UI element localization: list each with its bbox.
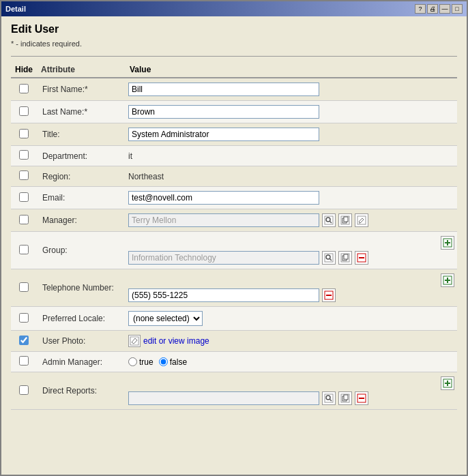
direct-reports-copy-button[interactable] [338, 391, 352, 405]
header-attribute: Attribute [37, 62, 126, 78]
hide-last-name-checkbox[interactable] [19, 106, 29, 116]
table-row: Telephone Number: [11, 269, 457, 307]
table-row: Preferred Locale: (none selected) [11, 307, 457, 331]
direct-reports-bottom-icons [128, 391, 454, 405]
email-input[interactable] [128, 191, 319, 205]
photo-label: User Photo: [37, 331, 126, 352]
group-search-button[interactable] [322, 251, 336, 265]
remove-icon [324, 291, 334, 300]
group-bottom-icons [128, 251, 454, 265]
direct-reports-search-button[interactable] [322, 391, 336, 405]
svg-rect-6 [357, 216, 366, 224]
manager-search-button[interactable] [322, 213, 336, 227]
title-bar: Detail ? 🖨 — □ [1, 1, 467, 16]
title-bar-controls: ? 🖨 — □ [415, 4, 463, 14]
hide-manager-checkbox[interactable] [19, 215, 29, 224]
department-value: it [128, 151, 132, 161]
manager-copy-button[interactable] [338, 213, 352, 227]
table-header-row: Hide Attribute Value [11, 62, 457, 78]
hide-group-checkbox[interactable] [19, 245, 29, 254]
admin-manager-true-radio[interactable] [128, 357, 137, 366]
hide-title-checkbox[interactable] [19, 129, 29, 138]
print-button[interactable]: 🖨 [427, 4, 438, 14]
title-label: Title: [37, 123, 126, 146]
hide-admin-manager-checkbox[interactable] [19, 356, 29, 366]
manager-edit-button[interactable] [355, 213, 368, 227]
group-add-button[interactable] [441, 236, 454, 250]
title-input[interactable] [128, 128, 319, 141]
content-area: Edit User * - indicates required. Hide A… [1, 16, 467, 475]
hide-email-checkbox[interactable] [19, 192, 29, 202]
table-row: First Name:* [11, 78, 457, 101]
direct-reports-remove-button[interactable] [355, 391, 368, 405]
direct-reports-section [128, 376, 454, 405]
page-title: Edit User [11, 23, 457, 35]
pencil-icon [130, 336, 139, 346]
photo-link[interactable]: edit or view image [143, 336, 209, 346]
table-row: Group: [11, 232, 457, 269]
minimize-button[interactable]: — [439, 4, 450, 14]
remove-icon [357, 253, 366, 263]
direct-reports-add-button[interactable] [441, 376, 454, 390]
telephone-remove-button[interactable] [322, 288, 336, 302]
copy-icon [340, 393, 350, 403]
table-row: Department: it [11, 146, 457, 166]
search-icon [324, 393, 334, 403]
divider [11, 56, 457, 57]
hide-region-checkbox[interactable] [19, 170, 29, 180]
hide-photo-checkbox[interactable] [19, 336, 29, 345]
telephone-field-section [128, 273, 454, 302]
telephone-bottom-group [128, 288, 454, 302]
window-title: Detail [5, 5, 26, 13]
svg-rect-24 [130, 337, 138, 345]
locale-select[interactable]: (none selected) [128, 311, 203, 326]
department-label: Department: [37, 146, 126, 166]
region-value: Northeast [128, 172, 164, 181]
add-icon [443, 276, 452, 285]
copy-icon [340, 215, 350, 225]
add-icon [443, 378, 452, 388]
photo-section: edit or view image [128, 335, 454, 347]
region-label: Region: [37, 166, 126, 187]
telephone-input[interactable] [128, 288, 319, 302]
admin-manager-radio-group: true false [128, 357, 454, 367]
table-row: Title: [11, 123, 457, 146]
admin-manager-false-radio[interactable] [159, 357, 168, 366]
hide-direct-reports-checkbox[interactable] [19, 385, 29, 395]
manager-label: Manager: [37, 209, 126, 232]
help-button[interactable]: ? [415, 4, 426, 14]
edit-icon [357, 215, 366, 225]
admin-manager-label: Admin Manager: [37, 352, 126, 372]
first-name-input[interactable] [128, 83, 319, 96]
table-row: Region: Northeast [11, 166, 457, 187]
admin-manager-false-option: false [159, 357, 187, 367]
last-name-label: Last Name:* [37, 101, 126, 123]
svg-rect-33 [344, 395, 348, 400]
hide-department-checkbox[interactable] [19, 150, 29, 160]
header-value: Value [126, 62, 457, 78]
hide-locale-checkbox[interactable] [19, 313, 29, 323]
group-input[interactable] [128, 251, 319, 265]
maximize-button[interactable]: □ [452, 4, 463, 14]
locale-label: Preferred Locale: [37, 307, 126, 331]
direct-reports-input[interactable] [128, 391, 319, 405]
telephone-add-button[interactable] [441, 273, 454, 287]
svg-rect-5 [344, 217, 348, 222]
hide-telephone-checkbox[interactable] [19, 282, 29, 292]
manager-input[interactable] [128, 213, 319, 227]
required-note: * - indicates required. [11, 40, 457, 48]
group-copy-button[interactable] [338, 251, 352, 265]
hide-first-name-checkbox[interactable] [19, 84, 29, 93]
admin-manager-true-label: true [139, 357, 153, 367]
email-label: Email: [37, 187, 126, 209]
search-icon [324, 253, 334, 263]
form-table: Hide Attribute Value First Name:* Last N… [11, 62, 457, 410]
group-remove-button[interactable] [355, 251, 368, 265]
direct-reports-label: Direct Reports: [37, 372, 126, 410]
svg-rect-16 [344, 254, 348, 259]
group-label: Group: [37, 232, 126, 269]
table-row: User Photo: edit or view image [11, 331, 457, 352]
last-name-input[interactable] [128, 105, 319, 119]
remove-icon [357, 393, 366, 403]
photo-edit-icon[interactable] [128, 335, 141, 347]
